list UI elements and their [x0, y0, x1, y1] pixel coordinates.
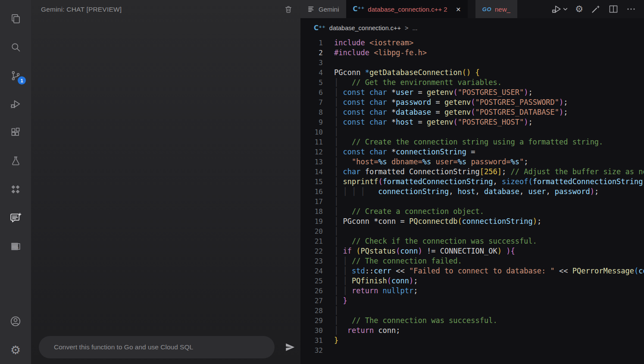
- play-bug-icon: [551, 3, 562, 15]
- list-icon: [307, 5, 315, 13]
- line-number: 21: [300, 236, 323, 246]
- code-line: 20│: [300, 226, 644, 236]
- cpp-file-icon: C⁺⁺: [353, 5, 365, 13]
- explorer-files-icon[interactable]: [0, 4, 31, 33]
- code-text: │ return conn;: [323, 326, 400, 336]
- magic-wand-button[interactable]: [591, 4, 601, 14]
- go-file-icon: GO: [482, 6, 491, 13]
- extensions-icon[interactable]: [0, 118, 31, 147]
- code-line: 27│ }: [300, 296, 644, 306]
- code-line: 22│ if (PQstatus(conn) != CONNECTION_OK)…: [300, 246, 644, 256]
- code-text: │ "host=%s dbname=%s user=%s password=%s…: [323, 157, 528, 167]
- breadcrumb-file[interactable]: database_connection.c++: [329, 25, 401, 31]
- code-text: │ │ PQfinish(conn);: [323, 276, 418, 286]
- line-number: 31: [300, 336, 323, 345]
- source-control-badge: 1: [18, 76, 26, 85]
- chat-panel-title: Gemini: CHAT [PREVIEW]: [41, 6, 122, 13]
- breadcrumb[interactable]: C⁺⁺ database_connection.c++ > ...: [300, 18, 644, 38]
- line-number: 13: [300, 157, 323, 167]
- code-text: │: [323, 197, 338, 207]
- code-line: 8│ const char *database = getenv("POSTGR…: [300, 107, 644, 117]
- send-plane-icon: [284, 342, 297, 353]
- line-number: 15: [300, 177, 323, 187]
- more-actions-button[interactable]: [626, 4, 636, 14]
- code-line: 10│: [300, 127, 644, 137]
- code-text: [323, 345, 334, 355]
- chat-input-row: [39, 336, 299, 358]
- line-number: 22: [300, 246, 323, 256]
- chat-input[interactable]: [54, 343, 265, 351]
- code-line: 28│: [300, 306, 644, 316]
- trash-icon: [284, 5, 293, 14]
- code-line: 18│ // Create a connection object.: [300, 207, 644, 217]
- chat-sparkle-icon: [9, 212, 22, 224]
- squares-icon: [10, 127, 22, 138]
- tab-label: new_: [495, 6, 510, 13]
- breadcrumb-more[interactable]: ...: [412, 25, 417, 31]
- code-text: │ // The connection was successful.: [323, 316, 497, 326]
- code-area[interactable]: 1include <iostream>2#include <libpg-fe.h…: [300, 38, 644, 364]
- breadcrumb-separator: >: [405, 25, 408, 31]
- line-number: 7: [300, 97, 323, 107]
- code-text: │: [323, 226, 338, 236]
- code-text: │ │ std::cerr << "Failed to connect to d…: [323, 266, 644, 276]
- chat-input-pill: [39, 336, 275, 358]
- line-number: 26: [300, 286, 323, 296]
- code-line: 16│ │ │ │ connectionString, host, databa…: [300, 187, 644, 197]
- sql-label: SQL: [12, 245, 18, 248]
- line-number: 24: [300, 266, 323, 276]
- split-editor-button[interactable]: [608, 4, 619, 14]
- gemini-diamonds-icon[interactable]: [0, 175, 31, 204]
- code-line: 5│ // Get the environmentt variables.: [300, 78, 644, 88]
- code-text: │ │ return nullptr;: [323, 286, 418, 296]
- code-line: 3: [300, 58, 644, 68]
- code-text: #include <libpg-fe.h>: [323, 48, 427, 58]
- line-number: 11: [300, 137, 323, 147]
- play-bug-icon: [9, 98, 22, 110]
- tab-gemini[interactable]: Gemini: [300, 0, 346, 18]
- code-line: 30│ return conn;: [300, 326, 644, 336]
- code-text: │ const char *password = getenv("POSTGRE…: [323, 97, 568, 107]
- magnifier-icon: [10, 41, 22, 53]
- code-line: 32: [300, 345, 644, 355]
- search-icon[interactable]: [0, 33, 31, 61]
- code-text: │ char formatted ConnectionString[256]; …: [323, 167, 644, 177]
- line-number: 3: [300, 58, 323, 68]
- line-number: 12: [300, 147, 323, 157]
- code-text: │ // Check if the connection was success…: [323, 236, 537, 246]
- tab-new-file[interactable]: GO new_: [475, 0, 517, 18]
- send-button[interactable]: [281, 339, 299, 355]
- account-icon[interactable]: [0, 307, 31, 336]
- tab-label: Gemini: [319, 6, 339, 13]
- vscode-window: 1: [0, 0, 644, 364]
- code-line: 24│ │ std::cerr << "Failed to connect to…: [300, 266, 644, 276]
- gemini-chat-panel: Gemini: CHAT [PREVIEW]: [31, 0, 300, 364]
- editor-settings-button[interactable]: ⚙: [575, 5, 583, 14]
- line-number: 19: [300, 217, 323, 226]
- gear-glyph: ⚙: [575, 5, 583, 14]
- gemini-chat-icon[interactable]: [0, 204, 31, 232]
- code-line: 15│ snprintf(formattedConnectionString, …: [300, 177, 644, 187]
- run-debug-icon[interactable]: [0, 90, 31, 118]
- code-line: 31}: [300, 336, 644, 345]
- line-number: 28: [300, 306, 323, 316]
- source-control-icon[interactable]: 1: [0, 61, 31, 90]
- line-number: 1: [300, 38, 323, 48]
- tab-label: database_connection.c++ 2: [368, 6, 447, 13]
- clear-chat-button[interactable]: [284, 5, 293, 14]
- code-text: │: [323, 127, 338, 137]
- code-text: │ if (PQstatus(conn) != CONNECTION_OK) )…: [323, 246, 515, 256]
- run-debug-button[interactable]: [551, 3, 568, 15]
- settings-gear-icon[interactable]: ⚙: [0, 336, 31, 364]
- beaker-icon: [10, 155, 22, 167]
- code-text: include <iostream>: [323, 38, 413, 48]
- tab-database-connection[interactable]: C⁺⁺ database_connection.c++ 2 ×: [346, 0, 468, 18]
- split-editor-icon: [608, 4, 619, 14]
- code-line: 23│ │ // The connection failed.: [300, 256, 644, 266]
- cloud-sql-icon[interactable]: SQL: [0, 232, 31, 260]
- code-line: 7│ const char *password = getenv("POSTGR…: [300, 97, 644, 107]
- testing-beaker-icon[interactable]: [0, 147, 31, 175]
- line-number: 27: [300, 296, 323, 306]
- cpp-file-icon: C⁺⁺: [314, 24, 325, 32]
- close-tab-icon[interactable]: ×: [456, 5, 461, 13]
